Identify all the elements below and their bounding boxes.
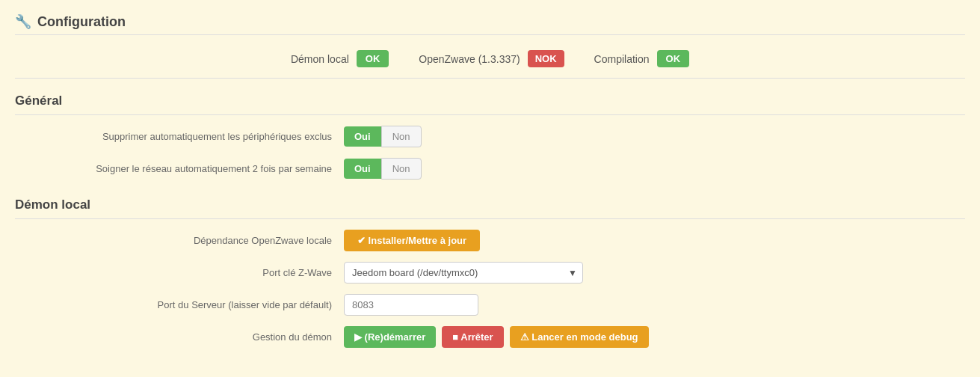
installer-button[interactable]: ✔ Installer/Mettre à jour [344, 230, 480, 251]
supprimer-row: Supprimer automatiquement les périphériq… [15, 126, 965, 147]
compilation-label: Compilation [594, 53, 650, 65]
port-serveur-input[interactable] [344, 294, 478, 316]
openzwave-label: OpenZwave (1.3.337) [419, 53, 520, 65]
debug-button[interactable]: ⚠ Lancer en mode debug [510, 326, 649, 348]
gestion-row: Gestion du démon ▶ (Re)démarrer ■ Arrête… [15, 326, 965, 348]
soigner-toggle-oui[interactable]: Oui [344, 159, 381, 179]
compilation-status-item: Compilation OK [594, 50, 689, 67]
page-container: 🔧 Configuration Démon local OK OpenZwave… [0, 0, 980, 373]
openzwave-status-item: OpenZwave (1.3.337) NOK [419, 50, 564, 67]
page-title: Configuration [37, 14, 126, 30]
soigner-toggle-non[interactable]: Non [381, 158, 422, 180]
compilation-badge: OK [657, 50, 690, 67]
port-cle-row: Port clé Z-Wave Jeedom board (/dev/ttymx… [15, 262, 965, 283]
supprimer-toggle: Oui Non [344, 126, 422, 147]
status-row: Démon local OK OpenZwave (1.3.337) NOK C… [15, 43, 965, 79]
supprimer-label: Supprimer automatiquement les périphériq… [30, 131, 344, 142]
supprimer-toggle-non[interactable]: Non [381, 126, 422, 147]
port-select-wrapper: Jeedom board (/dev/ttymxc0) ▼ [344, 262, 583, 283]
demon-local-status-item: Démon local OK [291, 50, 389, 67]
dependance-row: Dépendance OpenZwave locale ✔ Installer/… [15, 230, 965, 251]
gestion-label: Gestion du démon [30, 331, 344, 343]
arreter-button[interactable]: ■ Arrêter [442, 326, 503, 348]
port-cle-label: Port clé Z-Wave [30, 267, 344, 278]
config-header: 🔧 Configuration [15, 7, 965, 35]
demon-local-badge: OK [357, 50, 389, 67]
soigner-toggle: Oui Non [344, 158, 422, 180]
wrench-icon: 🔧 [15, 13, 31, 30]
demon-local-label: Démon local [291, 53, 349, 65]
port-select[interactable]: Jeedom board (/dev/ttymxc0) [344, 262, 583, 283]
soigner-label: Soigner le réseau automatiquement 2 fois… [30, 163, 344, 174]
openzwave-badge: NOK [528, 50, 564, 67]
port-serveur-row: Port du Serveur (laisser vide par défaul… [15, 294, 965, 316]
dependance-label: Dépendance OpenZwave locale [30, 235, 344, 246]
soigner-row: Soigner le réseau automatiquement 2 fois… [15, 158, 965, 180]
general-section-title: Général [15, 89, 965, 115]
gestion-buttons: ▶ (Re)démarrer ■ Arrêter ⚠ Lancer en mod… [344, 326, 649, 348]
port-serveur-label: Port du Serveur (laisser vide par défaul… [30, 299, 344, 310]
demon-section-title: Démon local [15, 190, 965, 219]
redemarrer-button[interactable]: ▶ (Re)démarrer [344, 326, 436, 348]
supprimer-toggle-oui[interactable]: Oui [344, 126, 381, 147]
